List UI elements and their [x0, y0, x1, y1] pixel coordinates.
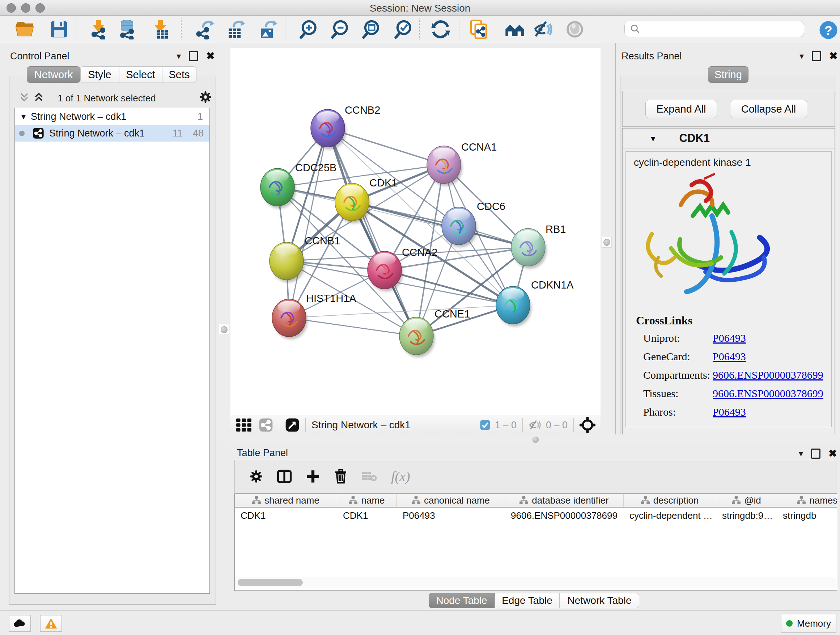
- column-header-4[interactable]: database identifier: [505, 494, 624, 507]
- function-builder-icon[interactable]: f(x): [391, 469, 410, 485]
- selected-checkbox-icon[interactable]: [480, 420, 491, 431]
- horizontal-scrollbar[interactable]: [235, 577, 836, 588]
- cloud-button[interactable]: [9, 615, 31, 632]
- expand-all-networks-icon[interactable]: [33, 92, 44, 104]
- delete-column-trash-icon[interactable]: [334, 469, 347, 484]
- edge-CCNB2-CCNE1[interactable]: [328, 128, 416, 336]
- table-cell[interactable]: stringdb: [777, 510, 837, 521]
- show-all-views-icon[interactable]: [505, 19, 525, 40]
- search-field[interactable]: [624, 21, 804, 37]
- import-network-database-icon[interactable]: [117, 19, 137, 40]
- network-collection-row[interactable]: ▾ String Network – cdk1 1: [15, 108, 210, 125]
- close-panel-icon[interactable]: ✖: [829, 448, 837, 459]
- tab-node-table[interactable]: Node Table: [429, 593, 494, 608]
- horizontal-splitter-handle[interactable]: [532, 437, 538, 443]
- clone-network-icon[interactable]: [469, 19, 489, 40]
- float-panel-icon[interactable]: [812, 51, 821, 61]
- open-session-icon[interactable]: [14, 19, 35, 40]
- collapse-panel-icon[interactable]: ▾: [799, 51, 804, 61]
- table-row[interactable]: CDK1CDK1P064939606.ENSP00000378699cyclin…: [235, 508, 837, 524]
- network-share-icon[interactable]: [259, 418, 273, 432]
- export-network-icon[interactable]: [195, 19, 215, 40]
- right-splitter-handle[interactable]: [602, 237, 612, 248]
- tab-select[interactable]: Select: [119, 66, 162, 83]
- column-header-1[interactable]: shared name: [235, 494, 337, 507]
- memory-button[interactable]: Memory: [781, 614, 836, 633]
- node-CCNE1[interactable]: CCNE1: [399, 308, 470, 357]
- edge-HIST1H1A-CCNE1[interactable]: [289, 318, 416, 336]
- save-session-icon[interactable]: [49, 19, 69, 40]
- tab-network-table[interactable]: Network Table: [560, 593, 639, 608]
- table-cell[interactable]: P06493: [397, 510, 505, 521]
- search-input[interactable]: [641, 23, 798, 35]
- node-CDKN1A[interactable]: CDKN1A: [496, 279, 574, 326]
- collapse-all-button[interactable]: Collapse All: [730, 100, 807, 118]
- tree-expander-icon[interactable]: ▾: [21, 111, 26, 122]
- close-panel-icon[interactable]: ✖: [829, 50, 837, 62]
- crosslink-value[interactable]: 9606.ENSP00000378699: [713, 387, 823, 400]
- node-HIST1H1A[interactable]: HIST1H1A: [272, 293, 356, 339]
- left-splitter-handle[interactable]: [219, 324, 229, 335]
- table-cell[interactable]: CDK1: [235, 510, 337, 521]
- warnings-button[interactable]: [40, 615, 62, 632]
- column-header-3[interactable]: canonical name: [397, 494, 505, 507]
- table-cell[interactable]: 9606.ENSP00000378699: [505, 510, 624, 521]
- hide-selected-icon[interactable]: [533, 19, 554, 40]
- table-options-gear-icon[interactable]: [249, 470, 263, 483]
- node-RB1[interactable]: RB1: [511, 223, 566, 269]
- tab-style[interactable]: Style: [80, 66, 119, 83]
- tab-edge-table[interactable]: Edge Table: [494, 593, 560, 608]
- close-panel-icon[interactable]: ✖: [206, 50, 215, 62]
- right-splitter[interactable]: [600, 43, 615, 434]
- tab-string[interactable]: String: [708, 66, 748, 83]
- zoom-in-icon[interactable]: [298, 19, 318, 40]
- section-expander-icon[interactable]: ▾: [651, 133, 655, 144]
- left-splitter[interactable]: [217, 43, 231, 434]
- column-header-2[interactable]: name: [337, 494, 397, 507]
- show-hidden-icon[interactable]: [565, 19, 585, 40]
- horizontal-splitter[interactable]: [231, 434, 840, 445]
- crosslink-value[interactable]: P06493: [713, 406, 746, 418]
- crosslink-value[interactable]: P06493: [713, 332, 746, 344]
- open-view-icon[interactable]: [285, 418, 300, 432]
- node-CCNB2[interactable]: CCNB2: [311, 104, 380, 149]
- collapse-all-networks-icon[interactable]: [19, 92, 30, 104]
- table-cell[interactable]: CDK1: [337, 510, 397, 521]
- fit-content-crosshair-icon[interactable]: [579, 417, 595, 433]
- hidden-eye-icon[interactable]: [529, 419, 543, 431]
- import-network-file-icon[interactable]: [88, 19, 109, 40]
- node-CDC25B[interactable]: CDC25B: [261, 162, 336, 209]
- node-CDK1[interactable]: CDK1: [335, 177, 397, 223]
- node-CCNA1[interactable]: CCNA1: [427, 141, 497, 186]
- float-panel-icon[interactable]: [811, 448, 821, 459]
- table-cell[interactable]: stringdb:9…: [716, 510, 777, 521]
- column-header-6[interactable]: @id: [716, 494, 777, 507]
- column-header-7[interactable]: namespace: [777, 494, 837, 507]
- help-icon[interactable]: ?: [818, 20, 838, 42]
- birds-eye-view-icon[interactable]: [235, 418, 252, 432]
- float-panel-icon[interactable]: [189, 51, 198, 61]
- node-CDC6[interactable]: CDC6: [442, 201, 505, 247]
- scrollbar-thumb[interactable]: [238, 579, 303, 586]
- add-column-icon[interactable]: [306, 469, 320, 484]
- show-columns-icon[interactable]: [277, 469, 292, 484]
- delete-table-icon[interactable]: [362, 470, 377, 483]
- network-options-gear-icon[interactable]: [199, 90, 212, 105]
- tab-network[interactable]: Network: [27, 66, 80, 83]
- edge-CCNB2-HIST1H1A[interactable]: [289, 128, 328, 318]
- collapse-panel-icon[interactable]: ▾: [799, 448, 803, 459]
- table-cell[interactable]: cyclin-dependent …: [624, 510, 716, 521]
- network-row[interactable]: String Network – cdk1 11 48: [15, 125, 210, 141]
- network-canvas[interactable]: CCNB2 CCNA1 CDC25B CDK1 CDC6 RB1 CCNB1 C…: [231, 48, 600, 416]
- zoom-fit-icon[interactable]: [361, 19, 381, 40]
- column-header-5[interactable]: description: [624, 494, 716, 507]
- crosslink-value[interactable]: P06493: [713, 350, 746, 363]
- expand-all-button[interactable]: Expand All: [645, 100, 717, 118]
- zoom-selected-icon[interactable]: [393, 19, 413, 40]
- tab-sets[interactable]: Sets: [162, 66, 196, 83]
- export-image-icon[interactable]: [257, 19, 278, 40]
- import-table-file-icon[interactable]: [150, 19, 171, 40]
- crosslink-value[interactable]: 9606.ENSP00000378699: [713, 369, 823, 381]
- refresh-icon[interactable]: [431, 19, 451, 40]
- zoom-out-icon[interactable]: [330, 19, 350, 40]
